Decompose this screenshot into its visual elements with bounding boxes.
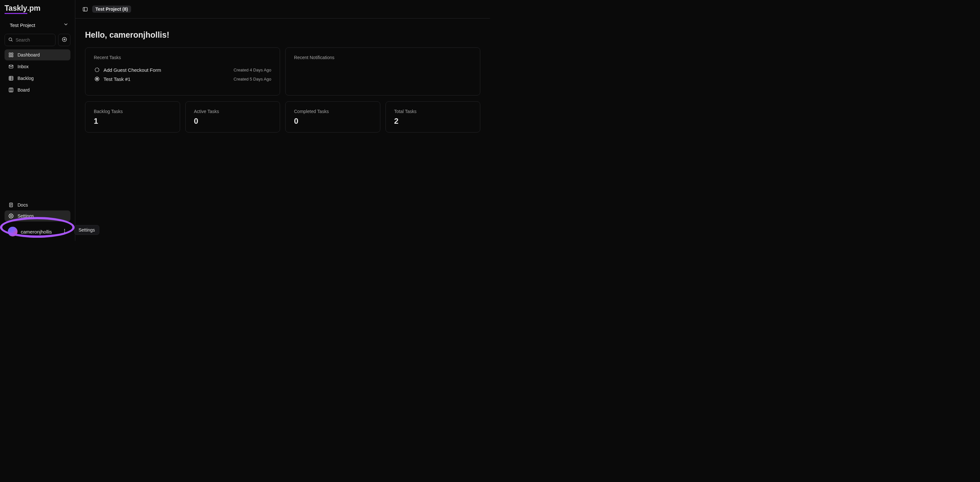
svg-point-24 (64, 232, 65, 233)
card-title: Recent Tasks (94, 55, 271, 60)
stat-label: Active Tasks (194, 109, 272, 114)
nav-dashboard[interactable]: Dashboard (5, 49, 70, 61)
nav-docs[interactable]: Docs (5, 200, 70, 211)
nav-settings[interactable]: Settings (5, 211, 70, 222)
settings-icon (8, 213, 14, 219)
svg-point-21 (10, 215, 12, 217)
nav-label: Dashboard (18, 52, 40, 57)
svg-rect-6 (11, 53, 13, 54)
svg-rect-8 (11, 55, 13, 57)
backlog-icon (8, 76, 14, 81)
stat-value: 2 (394, 117, 472, 126)
topbar: Test Project (8) (75, 0, 490, 19)
svg-rect-7 (9, 55, 11, 57)
svg-rect-25 (83, 7, 87, 11)
stat-active: Active Tasks 0 (185, 101, 280, 132)
search-input[interactable] (16, 37, 52, 43)
stat-value: 1 (94, 117, 171, 126)
svg-point-22 (64, 229, 65, 230)
nav-label: Board (18, 87, 30, 93)
add-button[interactable] (58, 34, 70, 46)
user-row[interactable]: cameronjhollis (5, 224, 70, 239)
more-vertical-icon[interactable] (62, 228, 67, 235)
project-name: Test Project (10, 22, 35, 28)
status-draft-icon (94, 67, 100, 73)
svg-point-29 (96, 78, 98, 80)
panel-left-icon (83, 6, 88, 12)
stat-backlog: Backlog Tasks 1 (85, 101, 180, 132)
plus-circle-icon (62, 37, 67, 43)
task-title: Test Task #1 (103, 76, 231, 82)
task-title: Add Guest Checkout Form (103, 67, 231, 73)
card-title: Recent Notifications (294, 55, 471, 60)
stat-label: Backlog Tasks (94, 109, 171, 114)
tooltip: Settings (74, 225, 99, 235)
avatar (8, 227, 18, 236)
stat-total: Total Tasks 2 (385, 101, 480, 132)
stat-value: 0 (294, 117, 372, 126)
bottom-nav: Docs Settings cameronjhollis (3, 200, 72, 241)
page-title: Hello, cameronjhollis! (85, 30, 480, 40)
tooltip-text: Settings (78, 227, 95, 233)
stat-completed: Completed Tasks 0 (285, 101, 380, 132)
stat-label: Total Tasks (394, 109, 472, 114)
nav-label: Settings (18, 213, 34, 219)
logo[interactable]: Taskly.pm (3, 3, 72, 14)
stat-label: Completed Tasks (294, 109, 372, 114)
collapse-sidebar-button[interactable] (81, 5, 89, 13)
chevron-down-icon (63, 22, 68, 28)
sidebar: Taskly.pm Test Project Dashboard Inbox (0, 0, 75, 241)
nav-label: Backlog (18, 76, 34, 81)
logo-right: .pm (27, 4, 41, 13)
svg-point-27 (95, 68, 99, 72)
task-meta: Created 5 Days Ago (234, 77, 271, 81)
nav-backlog[interactable]: Backlog (5, 73, 70, 84)
user-name: cameronjhollis (21, 229, 59, 235)
breadcrumb[interactable]: Test Project (8) (92, 6, 131, 13)
logo-left: Taskly (5, 4, 27, 14)
board-icon (8, 87, 14, 93)
dashboard-icon (8, 52, 14, 57)
recent-tasks-card: Recent Tasks Add Guest Checkout Form Cre… (85, 48, 280, 96)
status-active-icon (94, 76, 100, 82)
nav-label: Inbox (18, 64, 29, 69)
project-selector[interactable]: Test Project (3, 21, 72, 30)
svg-rect-5 (9, 53, 11, 54)
nav-board[interactable]: Board (5, 85, 70, 96)
search-icon (8, 37, 13, 43)
stat-value: 0 (194, 117, 272, 126)
svg-line-1 (11, 40, 12, 41)
svg-rect-14 (9, 88, 13, 92)
recent-notifications-card: Recent Notifications (285, 48, 480, 96)
nav-label: Docs (18, 202, 28, 207)
docs-icon (8, 202, 14, 207)
task-row[interactable]: Test Task #1 Created 5 Days Ago (94, 74, 271, 83)
inbox-icon (8, 64, 14, 69)
task-row[interactable]: Add Guest Checkout Form Created 4 Days A… (94, 65, 271, 74)
svg-point-23 (64, 231, 65, 231)
nav-list: Dashboard Inbox Backlog Board (3, 49, 72, 96)
task-meta: Created 4 Days Ago (234, 67, 271, 72)
breadcrumb-label: Test Project (8) (95, 6, 128, 12)
nav-inbox[interactable]: Inbox (5, 61, 70, 72)
main: Test Project (8) Hello, cameronjhollis! … (75, 0, 490, 241)
content: Hello, cameronjhollis! Recent Tasks Add … (75, 19, 490, 241)
svg-rect-10 (9, 76, 13, 80)
search-input-container[interactable] (5, 34, 56, 46)
